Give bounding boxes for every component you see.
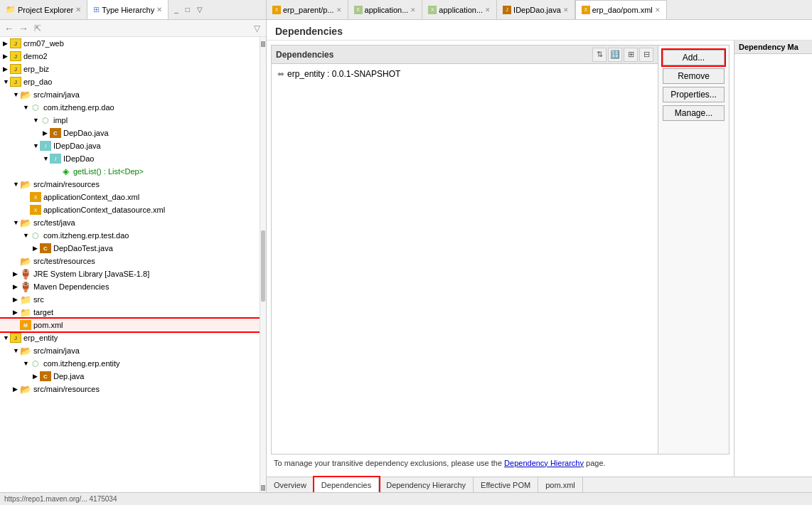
tab-erp-dao-pom[interactable]: X erp_dao/pom.xml ✕ — [575, 0, 667, 19]
tree-item-impl[interactable]: ▼ ⬡ impl — [0, 114, 260, 127]
label-pkg-entity: com.itzheng.erp.entity — [43, 359, 120, 368]
tree-item-pom-xml[interactable]: M pom.xml — [0, 319, 260, 331]
tab-erp-parent[interactable]: X erp_parent/p... ✕ — [267, 0, 348, 19]
label-src: src — [33, 295, 44, 304]
sort-num-icon[interactable]: 🔢 — [608, 48, 622, 62]
close-icon-type-hierarchy[interactable]: ✕ — [156, 6, 162, 14]
forward-icon[interactable]: → — [17, 22, 30, 35]
tab-application2[interactable]: X application... ✕ — [422, 0, 497, 19]
columns-icon[interactable]: ⊞ — [624, 48, 638, 62]
arrow-pkg-dao: ▼ — [23, 104, 30, 111]
maximize-icon[interactable]: □ — [183, 4, 193, 15]
tree-item-JRE[interactable]: ▶ 🏺 JRE System Library [JavaSE-1.8] — [0, 267, 260, 280]
arrow-src-main-java: ▼ — [13, 91, 20, 98]
icon-pkg-test-dao: ⬡ — [30, 231, 41, 240]
tree-item-src-test-java[interactable]: ▼ 📂 src/test/java — [0, 216, 260, 229]
status-bar: https://repo1.maven.org/... 4175034 — [0, 492, 812, 505]
label-erp_dao: erp_dao — [23, 78, 52, 86]
sort-alpha-icon[interactable]: ⇅ — [592, 48, 607, 62]
icon-DepDaoTest: C — [40, 243, 51, 253]
tree-item-DepDao[interactable]: ▶ C DepDao.java — [0, 127, 260, 139]
icon-erp_dao: J — [10, 77, 21, 87]
icon-appContext-dao: X — [30, 192, 41, 202]
label-src-test-java: src/test/java — [33, 218, 75, 227]
tree-item-crm07_web[interactable]: ▶ J crm07_web — [0, 37, 260, 50]
label-pkg-test-dao: com.itzheng.erp.test.dao — [43, 231, 129, 240]
icon-demo2: J — [10, 51, 21, 61]
minimize-icon[interactable]: _ — [171, 4, 181, 15]
manage-button[interactable]: Manage... — [663, 105, 725, 121]
bottom-tab-dep-hierarchy[interactable]: Dependency Hierarchy — [379, 477, 474, 492]
tree-item-erp_entity[interactable]: ▼ J erp_entity — [0, 331, 260, 344]
icon-src-entity: 📂 — [20, 346, 31, 356]
dep-arrow-icon: ⬌ — [277, 69, 284, 79]
icon-DepDao: C — [50, 128, 61, 138]
close-icon-tab2[interactable]: ✕ — [485, 6, 491, 14]
tree-item-src-main-resources[interactable]: ▼ 📂 src/main/resources — [0, 178, 260, 191]
icon-maven-deps: 🏺 — [20, 282, 31, 292]
tree-item-Dep[interactable]: ▶ C Dep.java — [0, 370, 260, 383]
tree-item-src-test-resources[interactable]: 📂 src/test/resources — [0, 255, 260, 267]
dep-hierarchy-link[interactable]: Dependency Hierarchy — [504, 459, 584, 467]
arrow-src-resources-entity: ▶ — [13, 386, 20, 393]
tree-item-IDepDao-file[interactable]: ▼ I IDepDao.java — [0, 139, 260, 152]
bottom-tab-effective-pom[interactable]: Effective POM — [474, 477, 538, 492]
close-icon-tab0[interactable]: ✕ — [336, 6, 342, 14]
arrow-DepDaoTest: ▶ — [33, 245, 40, 252]
arrow-crm07: ▶ — [3, 40, 10, 47]
label-DepDao: DepDao.java — [63, 129, 109, 137]
tree-item-maven-deps[interactable]: ▶ 🏺 Maven Dependencies — [0, 280, 260, 293]
icon-src-test-resources: 📂 — [20, 256, 31, 267]
tree-item-src-main-resources-entity[interactable]: ▶ 📂 src/main/resources — [0, 383, 260, 395]
dep-entry-erp_entity[interactable]: ⬌ erp_entity : 0.0.1-SNAPSHOT — [272, 67, 658, 81]
close-icon-tab4[interactable]: ✕ — [655, 6, 661, 14]
dep-panel-title: Dependencies — [276, 50, 333, 60]
tree-item-pkg-dao[interactable]: ▼ ⬡ com.itzheng.erp.dao — [0, 101, 260, 114]
add-button[interactable]: Add... — [663, 50, 725, 65]
panel-menu-icon[interactable]: ▽ — [194, 4, 205, 15]
tree-item-erp_dao[interactable]: ▼ J erp_dao — [0, 75, 260, 88]
arrow-Dep: ▶ — [33, 373, 40, 380]
close-icon-tab1[interactable]: ✕ — [410, 6, 416, 14]
arrow-src-main-resources: ▼ — [13, 181, 20, 188]
tree-item-pkg-test-dao[interactable]: ▼ ⬡ com.itzheng.erp.test.dao — [0, 229, 260, 242]
label-erp_biz: erp_biz — [23, 65, 49, 73]
label-demo2: demo2 — [23, 52, 48, 60]
tree-item-getList[interactable]: ◈ getList() : List<Dep> — [0, 165, 260, 178]
tab-application1[interactable]: X application... ✕ — [348, 0, 423, 19]
tree-item-appContext-ds[interactable]: X applicationContext_datasource.xml — [0, 203, 260, 216]
tree-item-src-main-java-entity[interactable]: ▼ 📂 src/main/java — [0, 344, 260, 357]
tree-item-erp_biz[interactable]: ▶ J erp_biz — [0, 63, 260, 75]
label-crm07: crm07_web — [23, 39, 64, 48]
tree-item-src[interactable]: ▶ 📁 src — [0, 293, 260, 306]
tree-item-target[interactable]: ▶ 📁 target — [0, 306, 260, 319]
collapse-all-icon[interactable]: ⇱ — [31, 22, 44, 35]
tab-project-explorer[interactable]: 📁 Project Explorer ✕ — [0, 0, 87, 19]
close-icon-project-explorer[interactable]: ✕ — [75, 6, 81, 14]
tab-IDepDao[interactable]: J IDepDao.java ✕ — [497, 0, 575, 19]
arrow-maven-deps: ▶ — [13, 283, 20, 290]
close-icon-tab3[interactable]: ✕ — [563, 6, 569, 14]
tree-item-DepDaoTest[interactable]: ▶ C DepDaoTest.java — [0, 242, 260, 255]
label-target: target — [33, 308, 53, 317]
label-src-test-resources: src/test/resources — [33, 257, 95, 265]
panel-menu-btn[interactable]: ▽ — [250, 22, 263, 35]
tab-IDepDao-label: IDepDao.java — [513, 6, 561, 14]
bottom-tab-pom-xml[interactable]: pom.xml — [538, 477, 583, 492]
bottom-tab-overview[interactable]: Overview — [267, 477, 314, 492]
tree-item-appContext-dao[interactable]: X applicationContext_dao.xml — [0, 191, 260, 203]
tree-item-pkg-entity[interactable]: ▼ ⬡ com.itzheng.erp.entity — [0, 357, 260, 370]
remove-button[interactable]: Remove — [663, 68, 725, 84]
tree-item-demo2[interactable]: ▶ J demo2 — [0, 50, 260, 63]
tree-item-src-main-java[interactable]: ▼ 📂 src/main/java — [0, 88, 260, 101]
label-pom-xml: pom.xml — [33, 321, 63, 329]
label-src-main-resources: src/main/resources — [33, 180, 100, 188]
filter-icon[interactable]: ⊟ — [639, 48, 653, 62]
properties-button[interactable]: Properties... — [663, 87, 725, 102]
arrow-demo2: ▶ — [3, 53, 10, 60]
tree-item-IDepDao-interface[interactable]: ▼ I IDepDao — [0, 152, 260, 165]
back-icon[interactable]: ← — [3, 22, 16, 35]
arrow-src: ▶ — [13, 296, 20, 303]
bottom-tab-dependencies[interactable]: Dependencies — [314, 477, 379, 492]
tab-type-hierarchy[interactable]: ⊞ Type Hierarchy ✕ — [87, 0, 169, 19]
